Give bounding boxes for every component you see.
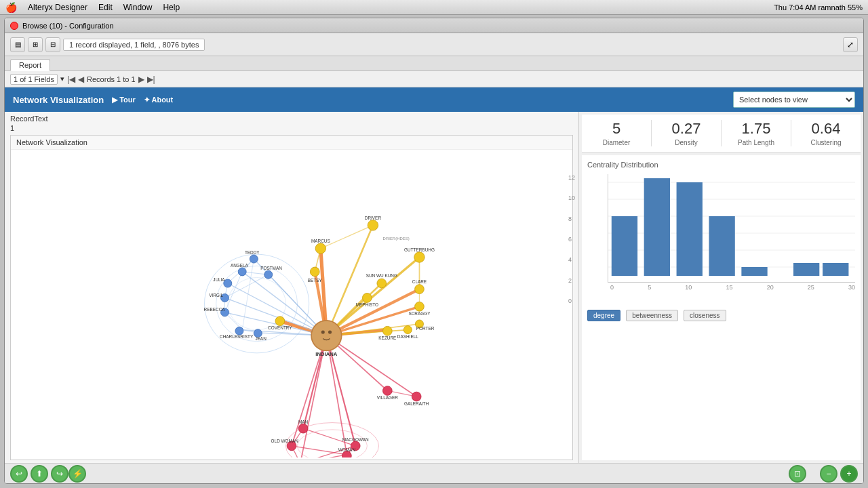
stats-row: 5 Diameter 0.27 Density 1.75 Path Length bbox=[582, 115, 861, 152]
stat-density: 0.27 Density bbox=[652, 120, 721, 146]
svg-text:SCRAGGY: SCRAGGY bbox=[408, 311, 431, 316]
svg-text:KEZURE: KEZURE bbox=[378, 336, 396, 340]
svg-text:PORTER: PORTER bbox=[416, 326, 435, 331]
bottom-btn-up[interactable]: ⬆ bbox=[31, 465, 48, 483]
records-range: Records 1 to 1 bbox=[87, 75, 136, 83]
menu-edit[interactable]: Edit bbox=[98, 3, 113, 12]
viz-header-bar: Network Visualization ▶ Tour ✦ About Sel… bbox=[5, 87, 863, 112]
nav-first[interactable]: |◀ bbox=[67, 75, 75, 84]
stat-diameter: 5 Diameter bbox=[582, 120, 651, 146]
menubar-right: Thu 7:04 AM ramnath 55% bbox=[774, 3, 863, 12]
svg-point-68 bbox=[377, 279, 387, 288]
fields-dropdown[interactable]: 1 of 1 Fields bbox=[10, 74, 58, 85]
svg-rect-122 bbox=[709, 216, 734, 276]
bottom-btn-forward[interactable]: ↪ bbox=[51, 465, 68, 483]
bottom-btn-zoom-out[interactable]: − bbox=[820, 465, 837, 483]
svg-text:BETSY: BETSY bbox=[308, 278, 323, 283]
tab-report[interactable]: Report bbox=[10, 59, 50, 71]
nav-next[interactable]: ▶ bbox=[138, 75, 144, 84]
tour-button[interactable]: ▶ Tour bbox=[112, 96, 136, 104]
chart-svg bbox=[608, 174, 855, 276]
svg-point-72 bbox=[415, 302, 425, 311]
svg-text:MEPHISTO: MEPHISTO bbox=[356, 302, 378, 307]
stat-clustering: 0.64 Clustering bbox=[791, 120, 861, 146]
svg-text:TEDDY: TEDDY bbox=[245, 250, 260, 255]
stat-diameter-label: Diameter bbox=[582, 139, 651, 146]
menubar: 🍎 Alteryx Designer Edit Window Help Thu … bbox=[0, 0, 868, 15]
svg-point-62 bbox=[310, 267, 319, 277]
legend-degree[interactable]: degree bbox=[587, 310, 620, 321]
toolbar-icon-3[interactable]: ⊟ bbox=[45, 37, 60, 52]
svg-text:DRIER(HDES): DRIER(HDES) bbox=[383, 237, 410, 241]
window-title: Browse (10) - Configuration bbox=[22, 22, 114, 30]
svg-rect-119 bbox=[612, 216, 637, 276]
bottom-right-buttons: − + bbox=[820, 465, 858, 483]
system-status: Thu 7:04 AM ramnath 55% bbox=[774, 3, 863, 12]
about-button[interactable]: ✦ About bbox=[144, 96, 173, 104]
stat-clustering-label: Clustering bbox=[791, 139, 861, 146]
toolbar-status: 1 record displayed, 1 field, , 8076 byte… bbox=[63, 39, 205, 51]
bottom-left-buttons: ↩ ⬆ ↪ bbox=[10, 465, 68, 483]
svg-point-54 bbox=[311, 321, 342, 351]
right-panel: 5 Diameter 0.27 Density 1.75 Path Length bbox=[578, 112, 863, 463]
legend-betweenness[interactable]: betweenness bbox=[626, 310, 678, 321]
svg-point-60 bbox=[368, 220, 378, 230]
svg-point-78 bbox=[403, 326, 412, 334]
stat-density-value: 0.27 bbox=[652, 120, 721, 138]
nav-last[interactable]: ▶| bbox=[147, 75, 155, 84]
centrality-section: Centrality Distribution 12 10 8 6 4 2 0 bbox=[582, 155, 861, 460]
svg-rect-121 bbox=[677, 182, 703, 276]
stat-clustering-value: 0.64 bbox=[791, 120, 861, 138]
main-content: RecordText 1 Network Visualization bbox=[5, 112, 863, 463]
dropdown-arrow[interactable]: ▾ bbox=[60, 75, 64, 83]
svg-point-58 bbox=[315, 243, 326, 253]
svg-point-84 bbox=[238, 268, 246, 276]
stat-path-length-value: 1.75 bbox=[722, 120, 791, 138]
menu-alteryx[interactable]: Alteryx Designer bbox=[28, 3, 87, 12]
svg-point-82 bbox=[264, 270, 273, 279]
legend-closeness[interactable]: closeness bbox=[684, 310, 726, 321]
svg-text:ANGELA: ANGELA bbox=[231, 263, 249, 268]
nodes-select[interactable]: Select nodes to view bbox=[733, 92, 855, 108]
svg-text:WOMAN: WOMAN bbox=[338, 447, 356, 452]
svg-text:INDIANA: INDIANA bbox=[315, 351, 337, 357]
chart-legend: degree betweenness closeness bbox=[587, 310, 855, 321]
toolbar: ▤ ⊞ ⊟ 1 record displayed, 1 field, , 807… bbox=[5, 33, 863, 56]
bottom-btn-fit[interactable]: ⊡ bbox=[789, 465, 806, 483]
stat-density-label: Density bbox=[652, 139, 721, 146]
apple-menu[interactable]: 🍎 bbox=[5, 2, 17, 13]
svg-text:DRIVER: DRIVER bbox=[365, 216, 382, 220]
bottom-btn-zoom-in[interactable]: + bbox=[840, 465, 858, 483]
nav-prev[interactable]: ◀ bbox=[78, 75, 84, 84]
svg-point-74 bbox=[382, 326, 392, 336]
toolbar-icon-2[interactable]: ⊞ bbox=[28, 37, 43, 52]
svg-text:VILLAGER: VILLAGER bbox=[377, 395, 399, 400]
viz-canvas[interactable]: INDIANA MARCUS DRIVER BETSY GUTTERBUHG bbox=[11, 150, 572, 458]
svg-text:REBECCA: REBECCA bbox=[204, 307, 226, 312]
bottom-btn-center-left[interactable]: ⚡ bbox=[68, 465, 86, 483]
menu-window[interactable]: Window bbox=[123, 3, 153, 12]
svg-text:GUTTERBUHG: GUTTERBUHG bbox=[404, 247, 435, 252]
viz-main-title: Network Visualization bbox=[13, 95, 104, 105]
menu-help[interactable]: Help bbox=[163, 3, 180, 12]
chart-area bbox=[608, 174, 855, 283]
bottom-btn-back[interactable]: ↩ bbox=[10, 465, 28, 483]
window-close-button[interactable] bbox=[10, 22, 18, 30]
svg-text:CLARE: CLARE bbox=[412, 279, 427, 284]
svg-text:VIRGIL: VIRGIL bbox=[209, 293, 223, 298]
svg-text:MACGOWAN: MACGOWAN bbox=[342, 437, 369, 442]
svg-text:OLD WOMAN: OLD WOMAN bbox=[271, 439, 299, 443]
svg-point-64 bbox=[414, 252, 425, 262]
viz-container: Network Visualization bbox=[10, 135, 573, 460]
record-text-value: 1 bbox=[10, 124, 573, 132]
svg-text:JULIA: JULIA bbox=[213, 277, 225, 282]
toolbar-expand-button[interactable]: ⤢ bbox=[843, 37, 858, 52]
bottom-toolbar: ↩ ⬆ ↪ ⚡ ⊡ − + bbox=[5, 463, 863, 483]
toolbar-icon-1[interactable]: ▤ bbox=[10, 37, 25, 52]
svg-point-98 bbox=[382, 386, 392, 396]
svg-point-66 bbox=[415, 285, 425, 294]
svg-text:MAN: MAN bbox=[298, 420, 309, 424]
svg-line-7 bbox=[326, 225, 373, 336]
network-svg: INDIANA MARCUS DRIVER BETSY GUTTERBUHG bbox=[11, 150, 572, 458]
svg-point-102 bbox=[298, 424, 308, 433]
